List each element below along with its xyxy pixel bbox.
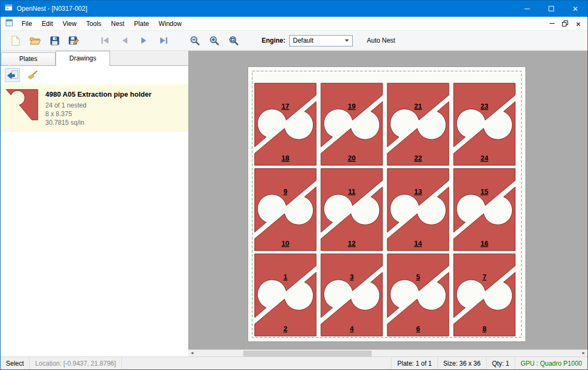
status-size: Size: 36 x 36 xyxy=(437,357,486,369)
mdi-restore-button[interactable] xyxy=(562,21,568,26)
drawings-toolbar xyxy=(1,66,188,84)
part-number-label: 7 xyxy=(482,273,486,281)
part-number-label: 11 xyxy=(348,187,355,196)
side-tabs: Plates Drawings xyxy=(1,51,188,66)
nav-prev-button[interactable] xyxy=(115,32,134,49)
mdi-close-button[interactable]: ✕ xyxy=(576,19,581,29)
last-plate-icon xyxy=(159,37,168,44)
part-number-label: 12 xyxy=(348,239,355,247)
part-number-label: 1 xyxy=(283,273,287,281)
tab-drawings[interactable]: Drawings xyxy=(56,51,110,66)
tab-plates[interactable]: Plates xyxy=(1,52,56,65)
title-bar: OpenNest - [N0317-002] ✕ xyxy=(1,1,587,17)
nest-pair[interactable]: 1112 xyxy=(321,169,382,251)
mdi-minimize-button[interactable] xyxy=(550,23,555,24)
part-number-label: 10 xyxy=(282,239,289,247)
window-title: OpenNest - [N0317-002] xyxy=(17,5,87,12)
engine-value: Default xyxy=(293,37,313,44)
menu-item-plate[interactable]: Plate xyxy=(129,17,154,30)
menu-items: FileEditViewToolsNestPlateWindow xyxy=(17,17,187,30)
nest-pair[interactable]: 1516 xyxy=(454,169,515,251)
menu-item-window[interactable]: Window xyxy=(154,17,187,30)
drawing-list-item[interactable]: 4980 A05 Extraction pipe holder 24 of 1 … xyxy=(1,84,188,132)
new-file-button[interactable] xyxy=(6,32,25,49)
previous-plate-icon xyxy=(120,37,129,44)
app-window: OpenNest - [N0317-002] ✕ FileEditViewToo… xyxy=(0,0,588,370)
menu-item-edit[interactable]: Edit xyxy=(37,17,58,30)
part-number-label: 19 xyxy=(348,102,355,110)
mdi-minimize-icon xyxy=(550,23,555,24)
status-bar: Select Location: [-0.9437, 21.8796] Plat… xyxy=(1,356,587,369)
scroll-left-icon[interactable]: ◄ xyxy=(188,350,196,356)
save-button[interactable] xyxy=(45,32,64,49)
nest-pair[interactable]: 2122 xyxy=(387,83,449,165)
maximize-button[interactable] xyxy=(539,1,563,17)
broom-icon xyxy=(27,70,38,80)
first-plate-icon xyxy=(101,37,110,44)
maximize-icon xyxy=(549,6,554,11)
part-number-label: 5 xyxy=(416,273,420,281)
nest-pair[interactable]: 1314 xyxy=(387,169,449,251)
menu-item-view[interactable]: View xyxy=(58,17,81,30)
save-icon xyxy=(50,36,59,45)
nest-pair[interactable]: 1718 xyxy=(255,83,316,165)
nest-pair[interactable]: 910 xyxy=(255,169,316,251)
main-toolbar: Engine: Default Auto Nest xyxy=(1,31,587,51)
save-as-button[interactable] xyxy=(64,32,84,49)
nest-pair[interactable]: 78 xyxy=(454,254,515,336)
mdi-restore-icon xyxy=(562,21,568,26)
nest-pair[interactable]: 1920 xyxy=(321,83,382,165)
nest-pair[interactable]: 34 xyxy=(321,254,382,336)
zoom-fit-icon xyxy=(229,36,239,46)
part-number-label: 24 xyxy=(481,154,489,162)
side-panel: Plates Drawings 4980 A0 xyxy=(1,51,188,356)
app-icon[interactable] xyxy=(4,3,13,14)
move-back-button[interactable] xyxy=(5,68,20,82)
part-number-label: 14 xyxy=(414,239,422,247)
minimize-button[interactable] xyxy=(515,1,539,17)
part-number-label: 8 xyxy=(482,325,486,333)
auto-nest-button[interactable]: Auto Nest xyxy=(363,34,400,47)
minimize-icon xyxy=(524,9,530,9)
engine-select[interactable]: Default xyxy=(289,35,353,46)
part-number-label: 4 xyxy=(350,325,354,333)
drawing-size: 8 x 8.375 xyxy=(45,110,152,118)
part-number-label: 9 xyxy=(283,187,287,196)
nav-next-button[interactable] xyxy=(134,32,154,49)
nest-pair[interactable]: 2324 xyxy=(454,83,515,165)
clear-button[interactable] xyxy=(25,68,40,82)
zoom-in-button[interactable] xyxy=(204,32,224,49)
nest-pair[interactable]: 56 xyxy=(387,254,449,336)
open-file-button[interactable] xyxy=(25,32,45,49)
plate-sheet: 171819202122232491011121314151612345678 xyxy=(248,66,526,342)
zoom-out-button[interactable] xyxy=(185,32,204,49)
horizontal-scrollbar[interactable]: ◄ ► xyxy=(188,349,587,356)
drawing-nested-count: 24 of 1 nested xyxy=(45,101,152,110)
nest-canvas: 171819202122232491011121314151612345678 … xyxy=(188,51,587,356)
save-as-icon xyxy=(69,36,79,45)
menu-item-nest[interactable]: Nest xyxy=(106,17,129,30)
menu-bar: FileEditViewToolsNestPlateWindow ✕ xyxy=(1,17,587,31)
nav-last-button[interactable] xyxy=(154,32,173,49)
menu-item-file[interactable]: File xyxy=(17,17,37,30)
drawing-area: 30.7815 sq/in xyxy=(45,118,152,127)
status-location: Location: [-0.9437, 21.8796] xyxy=(30,357,121,369)
nest-pair[interactable]: 12 xyxy=(255,254,316,336)
scrollbar-thumb[interactable] xyxy=(243,351,372,356)
part-number-label: 22 xyxy=(414,154,422,162)
status-gpu: GPU : Quadro P1000 xyxy=(515,357,587,369)
nav-first-button[interactable] xyxy=(95,32,115,49)
scroll-right-icon[interactable]: ► xyxy=(580,350,587,356)
drawing-title: 4980 A05 Extraction pipe holder xyxy=(45,90,152,98)
mdi-close-icon: ✕ xyxy=(576,21,581,28)
close-button[interactable]: ✕ xyxy=(563,1,587,17)
chevron-down-icon xyxy=(345,39,349,42)
move-back-arrow-icon xyxy=(7,70,18,80)
zoom-fit-button[interactable] xyxy=(224,32,243,49)
next-plate-icon xyxy=(140,37,148,44)
menu-item-tools[interactable]: Tools xyxy=(81,17,106,30)
part-number-label: 20 xyxy=(348,154,355,162)
status-plate: Plate: 1 of 1 xyxy=(391,357,437,369)
part-number-label: 21 xyxy=(414,102,422,110)
zoom-in-icon xyxy=(209,36,220,46)
